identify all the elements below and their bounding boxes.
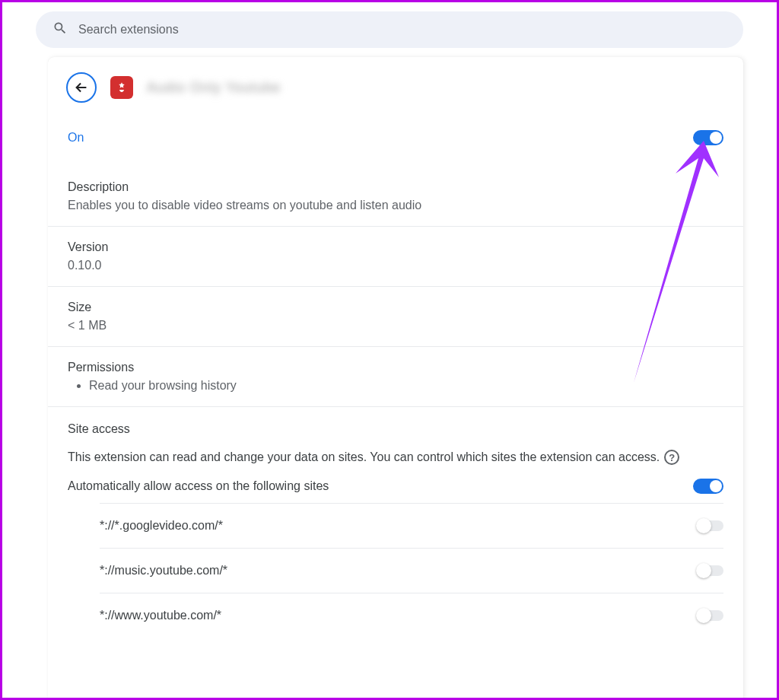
auto-allow-label: Automatically allow access on the follow… — [68, 479, 329, 493]
search-input[interactable] — [78, 23, 727, 37]
search-icon — [52, 21, 68, 39]
back-button[interactable] — [66, 72, 97, 103]
description-text: Enables you to disable video streams on … — [68, 199, 723, 212]
size-section: Size < 1 MB — [48, 287, 743, 347]
extension-icon — [110, 76, 133, 99]
site-pattern: *://music.youtube.com/* — [100, 564, 227, 578]
description-heading: Description — [68, 180, 723, 194]
site-access-description: This extension can read and change your … — [68, 450, 660, 464]
site-toggle[interactable] — [698, 565, 723, 576]
site-item: *://*.googlevideo.com/* — [100, 503, 723, 548]
permissions-heading: Permissions — [68, 361, 723, 374]
extension-details-card: Audio Only Youtube On Description Enable… — [48, 57, 743, 700]
version-heading: Version — [68, 240, 723, 254]
header-row: Audio Only Youtube — [48, 72, 743, 121]
size-heading: Size — [68, 301, 723, 314]
site-list: *://*.googlevideo.com/* *://music.youtub… — [100, 503, 723, 638]
site-access-heading: Site access — [68, 422, 723, 436]
status-label: On — [68, 131, 84, 145]
permissions-list: Read your browsing history — [68, 379, 723, 393]
description-section: Description Enables you to disable video… — [48, 167, 743, 227]
site-pattern: *://*.googlevideo.com/* — [100, 519, 223, 533]
version-value: 0.10.0 — [68, 259, 723, 272]
extension-enable-toggle[interactable] — [693, 130, 723, 145]
help-icon[interactable]: ? — [664, 450, 679, 465]
version-section: Version 0.10.0 — [48, 227, 743, 287]
size-value: < 1 MB — [68, 319, 723, 332]
extension-name-blurred: Audio Only Youtube — [147, 80, 281, 96]
site-access-section: Site access This extension can read and … — [48, 407, 743, 638]
auto-allow-toggle[interactable] — [693, 479, 723, 494]
permission-item: Read your browsing history — [89, 379, 723, 393]
permissions-section: Permissions Read your browsing history — [48, 347, 743, 407]
status-row: On — [48, 121, 743, 167]
search-bar[interactable] — [36, 11, 743, 48]
site-toggle[interactable] — [698, 610, 723, 621]
site-item: *://music.youtube.com/* — [100, 548, 723, 593]
site-pattern: *://www.youtube.com/* — [100, 609, 221, 622]
auto-allow-row: Automatically allow access on the follow… — [68, 479, 723, 503]
site-item: *://www.youtube.com/* — [100, 593, 723, 638]
site-toggle[interactable] — [698, 520, 723, 531]
